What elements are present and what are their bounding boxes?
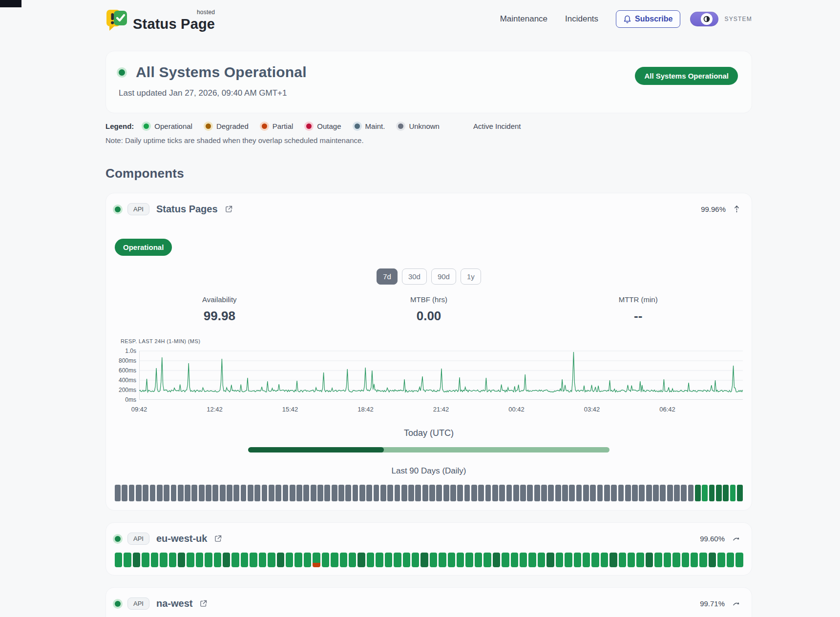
uptime-tick[interactable] bbox=[129, 485, 135, 501]
uptime-tick[interactable] bbox=[136, 485, 142, 501]
uptime-tick[interactable] bbox=[401, 485, 407, 501]
uptime-tick[interactable] bbox=[548, 485, 554, 501]
uptime-tick[interactable] bbox=[457, 485, 463, 501]
uptime-tick[interactable] bbox=[688, 485, 694, 501]
uptime-tick[interactable] bbox=[296, 485, 302, 501]
expand-toggle-icon[interactable] bbox=[733, 536, 740, 541]
uptime-tick[interactable] bbox=[115, 485, 121, 501]
uptime-tick[interactable] bbox=[695, 485, 701, 501]
uptime-tick[interactable] bbox=[646, 553, 653, 567]
uptime-tick[interactable] bbox=[716, 485, 722, 501]
uptime-tick[interactable] bbox=[359, 485, 365, 501]
uptime-tick[interactable] bbox=[465, 553, 473, 567]
uptime-tick[interactable] bbox=[178, 485, 184, 501]
uptime-tick[interactable] bbox=[169, 553, 176, 567]
uptime-tick[interactable] bbox=[723, 485, 729, 501]
uptime-tick[interactable] bbox=[160, 553, 167, 567]
uptime-tick[interactable] bbox=[415, 485, 421, 501]
uptime-tick[interactable] bbox=[124, 553, 131, 567]
uptime-tick[interactable] bbox=[699, 553, 707, 567]
uptime-tick[interactable] bbox=[241, 485, 247, 501]
uptime-tick[interactable] bbox=[394, 553, 401, 567]
uptime-tick[interactable] bbox=[313, 553, 320, 567]
uptime-tick[interactable] bbox=[583, 553, 590, 567]
uptime-tick[interactable] bbox=[464, 485, 470, 501]
brand[interactable]: Status Page hosted bbox=[105, 7, 215, 31]
uptime-tick[interactable] bbox=[115, 553, 122, 567]
uptime-tick[interactable] bbox=[340, 553, 347, 567]
uptime-tick[interactable] bbox=[730, 485, 736, 501]
uptime-tick[interactable] bbox=[709, 485, 715, 501]
uptime-tick[interactable] bbox=[268, 553, 275, 567]
uptime-tick[interactable] bbox=[191, 485, 197, 501]
uptime-tick[interactable] bbox=[338, 485, 344, 501]
uptime-tick[interactable] bbox=[502, 553, 509, 567]
uptime-tick[interactable] bbox=[171, 485, 177, 501]
uptime-tick[interactable] bbox=[735, 553, 743, 567]
uptime-tick[interactable] bbox=[395, 485, 400, 501]
nav-incidents[interactable]: Incidents bbox=[565, 14, 598, 24]
uptime-tick[interactable] bbox=[528, 553, 536, 567]
uptime-tick[interactable] bbox=[275, 485, 281, 501]
uptime-tick[interactable] bbox=[241, 553, 248, 567]
uptime-tick[interactable] bbox=[436, 485, 442, 501]
uptime-tick[interactable] bbox=[583, 485, 589, 501]
uptime-tick[interactable] bbox=[691, 553, 698, 567]
uptime-tick[interactable] bbox=[412, 553, 419, 567]
uptime-tick[interactable] bbox=[164, 485, 169, 501]
uptime-tick[interactable] bbox=[448, 553, 455, 567]
uptime-tick[interactable] bbox=[737, 485, 743, 501]
uptime-tick[interactable] bbox=[590, 485, 596, 501]
external-link-icon[interactable] bbox=[214, 535, 222, 543]
uptime-tick[interactable] bbox=[430, 553, 437, 567]
range-button-1y[interactable]: 1y bbox=[461, 268, 481, 285]
uptime-tick[interactable] bbox=[185, 485, 190, 501]
uptime-tick[interactable] bbox=[376, 553, 383, 567]
uptime-tick[interactable] bbox=[286, 553, 293, 567]
uptime-tick[interactable] bbox=[717, 553, 725, 567]
uptime-tick[interactable] bbox=[609, 553, 617, 567]
uptime-tick[interactable] bbox=[262, 485, 268, 501]
uptime-tick[interactable] bbox=[331, 553, 338, 567]
uptime-tick[interactable] bbox=[122, 485, 127, 501]
uptime-tick[interactable] bbox=[511, 553, 518, 567]
range-button-90d[interactable]: 90d bbox=[431, 268, 456, 285]
uptime-tick[interactable] bbox=[492, 485, 498, 501]
uptime-tick[interactable] bbox=[538, 553, 545, 567]
external-link-icon[interactable] bbox=[199, 599, 208, 608]
uptime-tick[interactable] bbox=[349, 553, 356, 567]
uptime-tick[interactable] bbox=[527, 485, 533, 501]
uptime-tick[interactable] bbox=[625, 485, 631, 501]
uptime-tick[interactable] bbox=[357, 553, 365, 567]
uptime-tick[interactable] bbox=[681, 485, 687, 501]
uptime-tick[interactable] bbox=[475, 553, 482, 567]
uptime-tick[interactable] bbox=[143, 485, 148, 501]
uptime-tick[interactable] bbox=[513, 485, 519, 501]
uptime-tick[interactable] bbox=[483, 553, 491, 567]
uptime-tick[interactable] bbox=[565, 553, 572, 567]
uptime-tick[interactable] bbox=[353, 485, 358, 501]
uptime-tick[interactable] bbox=[520, 485, 526, 501]
uptime-tick[interactable] bbox=[374, 485, 379, 501]
uptime-tick[interactable] bbox=[324, 485, 330, 501]
uptime-tick[interactable] bbox=[709, 553, 716, 567]
uptime-tick[interactable] bbox=[304, 553, 311, 567]
uptime-tick[interactable] bbox=[214, 553, 221, 567]
uptime-tick[interactable] bbox=[317, 485, 323, 501]
uptime-tick[interactable] bbox=[277, 553, 284, 567]
uptime-tick[interactable] bbox=[429, 485, 435, 501]
uptime-tick[interactable] bbox=[493, 553, 500, 567]
uptime-tick[interactable] bbox=[345, 485, 351, 501]
uptime-tick[interactable] bbox=[422, 485, 428, 501]
uptime-tick[interactable] bbox=[654, 553, 662, 567]
uptime-tick[interactable] bbox=[367, 553, 374, 567]
uptime-tick[interactable] bbox=[366, 485, 372, 501]
uptime-tick[interactable] bbox=[574, 553, 581, 567]
uptime-tick[interactable] bbox=[196, 553, 203, 567]
uptime-tick[interactable] bbox=[534, 485, 540, 501]
uptime-tick[interactable] bbox=[618, 485, 624, 501]
uptime-tick[interactable] bbox=[457, 553, 464, 567]
uptime-tick[interactable] bbox=[562, 485, 568, 501]
uptime-tick[interactable] bbox=[443, 485, 449, 501]
uptime-tick[interactable] bbox=[322, 553, 329, 567]
